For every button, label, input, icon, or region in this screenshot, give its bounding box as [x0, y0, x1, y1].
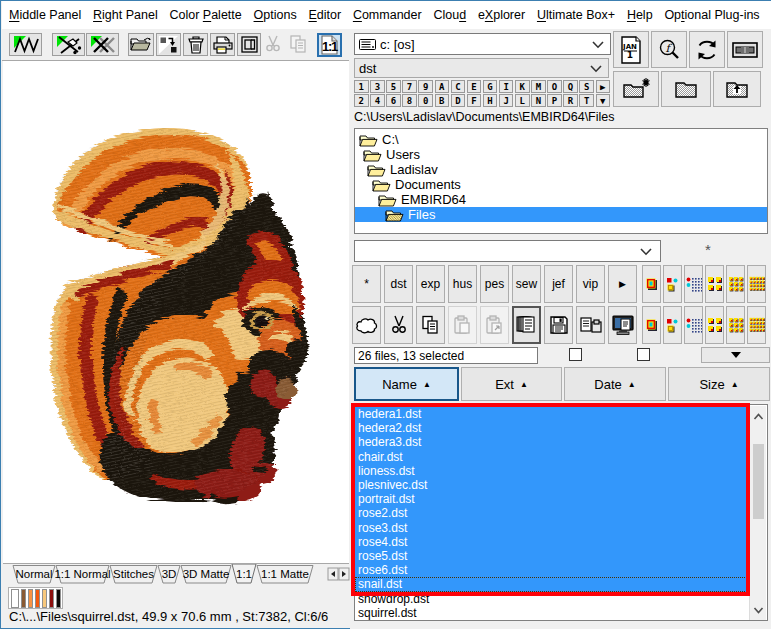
thread-color-swatch[interactable]: [49, 589, 54, 608]
design-view-button[interactable]: [9, 33, 42, 56]
file-row[interactable]: hedera3.dst: [355, 435, 747, 449]
panel-layout-button[interactable]: [727, 31, 763, 68]
format-key-R[interactable]: R: [563, 94, 578, 107]
menu-item-3[interactable]: Options: [248, 8, 303, 22]
format-key-Q[interactable]: Q: [563, 80, 578, 93]
format-key-6[interactable]: 6: [386, 94, 401, 107]
new-folder-button[interactable]: [613, 71, 659, 107]
copy-toolbar-button[interactable]: [289, 35, 309, 53]
file-row[interactable]: rose5.dst: [355, 549, 747, 563]
file-row[interactable]: snowdrop.dst: [355, 592, 747, 606]
view-mode-grid3-button-2[interactable]: [726, 306, 745, 344]
menu-item-5[interactable]: Commander: [347, 8, 428, 22]
filter-checkbox-2[interactable]: [637, 348, 650, 361]
copy-button[interactable]: [416, 306, 445, 344]
thread-color-swatch[interactable]: [56, 589, 61, 608]
drive-selector[interactable]: c: [os]: [354, 33, 611, 55]
view-tab-11[interactable]: 1:1: [232, 564, 256, 583]
cross-stitch-button[interactable]: [86, 33, 119, 56]
file-row[interactable]: portrait.dst: [355, 492, 747, 506]
select-all-files-button[interactable]: [512, 306, 541, 344]
cut-toolbar-button[interactable]: [265, 35, 281, 53]
sort-by-date-button[interactable]: Date▲: [564, 367, 666, 401]
view-mode-list-button-2[interactable]: [684, 306, 703, 344]
format-key-1[interactable]: 1: [354, 80, 369, 93]
view-mode-single-button-1[interactable]: [642, 265, 661, 303]
zoom-1to1-button[interactable]: 1:1: [317, 33, 342, 57]
format-key-7[interactable]: 7: [402, 80, 417, 93]
format-key-K[interactable]: K: [515, 80, 530, 93]
format-filter-more-button[interactable]: ▶: [608, 265, 637, 303]
format-filter-pes-button[interactable]: pes: [480, 265, 509, 303]
menu-item-2[interactable]: Color Palette: [164, 8, 248, 22]
menu-item-6[interactable]: Cloud: [428, 8, 472, 22]
format-key-C[interactable]: C: [451, 80, 466, 93]
format-key-D[interactable]: D: [451, 94, 466, 107]
format-key-P[interactable]: P: [547, 94, 562, 107]
format-keys-expand-icon[interactable]: ▼: [596, 94, 611, 107]
save-as-button[interactable]: [576, 306, 605, 344]
format-key-L[interactable]: L: [515, 94, 530, 107]
convert-button[interactable]: [156, 33, 181, 56]
tree-node-users[interactable]: Users: [355, 147, 767, 162]
format-key-N[interactable]: N: [531, 94, 546, 107]
view-mode-grid2-button-2[interactable]: [705, 306, 724, 344]
format-filter-sew-button[interactable]: sew: [512, 265, 541, 303]
format-key-0[interactable]: 0: [418, 94, 433, 107]
format-key-F[interactable]: F: [467, 94, 482, 107]
view-tab-11-Normal[interactable]: 1:1 Normal: [54, 566, 110, 584]
list-options-dropdown[interactable]: [701, 347, 770, 363]
print-button[interactable]: [210, 33, 235, 56]
parent-folder-button[interactable]: [713, 71, 761, 107]
file-row[interactable]: squirrel.dst: [355, 606, 747, 620]
view-mode-grid4-button-2[interactable]: [747, 306, 766, 344]
file-row[interactable]: rose6.dst: [355, 563, 747, 577]
format-key-O[interactable]: O: [547, 80, 562, 93]
menu-item-1[interactable]: Right Panel: [87, 8, 163, 22]
open-file-button[interactable]: [128, 33, 154, 56]
file-row[interactable]: hedera1.dst: [355, 407, 747, 421]
format-key-5[interactable]: 5: [386, 80, 401, 93]
calendar-sort-button[interactable]: JAN1: [613, 31, 649, 68]
file-row[interactable]: rose2.dst: [355, 506, 747, 520]
thread-color-swatch[interactable]: [42, 589, 47, 608]
menu-item-4[interactable]: Editor: [303, 8, 347, 22]
sort-by-name-button[interactable]: Name▲: [354, 367, 459, 401]
view-mode-grid3-button-1[interactable]: [726, 265, 745, 303]
format-filter-exp-button[interactable]: exp: [416, 265, 445, 303]
format-key-I[interactable]: I: [499, 80, 514, 93]
format-filter-all-button[interactable]: *: [352, 265, 381, 303]
format-keys-next-icon[interactable]: ▶: [596, 80, 611, 93]
format-key-M[interactable]: M: [531, 80, 546, 93]
folder-button[interactable]: [661, 71, 711, 107]
file-row[interactable]: snail.dst: [355, 577, 747, 591]
menu-item-7[interactable]: eXplorer: [472, 8, 531, 22]
thread-color-swatch[interactable]: [21, 589, 26, 608]
paste-special-button[interactable]: [480, 306, 509, 344]
view-mode-grid2-button-1[interactable]: [705, 265, 724, 303]
format-key-2[interactable]: 2: [354, 94, 369, 107]
find-files-button[interactable]: f: [651, 31, 687, 68]
format-key-G[interactable]: G: [483, 80, 498, 93]
format-key-E[interactable]: E: [467, 80, 482, 93]
format-filter-dst-button[interactable]: dst: [384, 265, 413, 303]
view-tab-Stitches[interactable]: Stitches: [110, 566, 157, 584]
send-to-screen-button[interactable]: [608, 306, 637, 344]
format-filter-vip-button[interactable]: vip: [576, 265, 605, 303]
view-mode-single-button-2[interactable]: [642, 306, 661, 344]
view-mode-pair-button-2[interactable]: [663, 306, 682, 344]
format-key-J[interactable]: J: [499, 94, 514, 107]
thread-color-swatch[interactable]: [35, 589, 40, 608]
file-row[interactable]: rose4.dst: [355, 535, 747, 549]
format-key-3[interactable]: 3: [370, 80, 385, 93]
empty-selection-button[interactable]: [352, 306, 381, 344]
sort-by-size-button[interactable]: Size▲: [668, 367, 770, 401]
format-filter-combo[interactable]: dst: [354, 58, 609, 78]
view-tab-Normal[interactable]: Normal: [13, 566, 55, 584]
format-key-4[interactable]: 4: [370, 94, 385, 107]
view-tab-3D-Matte[interactable]: 3D Matte: [181, 566, 231, 584]
tab-scroll-buttons[interactable]: [328, 568, 349, 580]
file-mask-combo[interactable]: [354, 240, 661, 262]
format-key-T[interactable]: T: [579, 94, 594, 107]
menu-item-0[interactable]: Middle Panel: [9, 8, 87, 22]
